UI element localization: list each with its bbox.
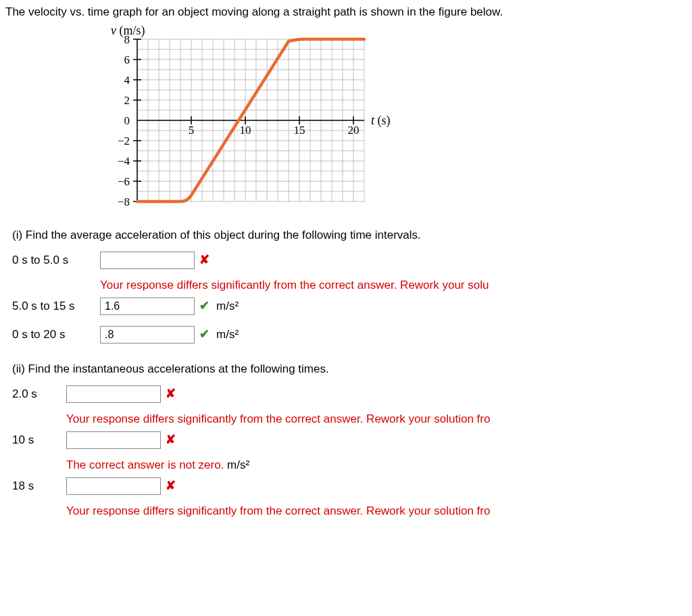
unit-label: m/s²	[216, 300, 239, 313]
part2-row-1: 10 s ✘	[12, 431, 692, 454]
svg-text:2: 2	[124, 94, 130, 107]
part1-row-1: 5.0 s to 15 s ✔ m/s²	[12, 298, 692, 321]
answer-input[interactable]	[100, 252, 195, 269]
part1-row-2: 0 s to 20 s ✔ m/s²	[12, 326, 692, 349]
part2-row-0: 2.0 s ✘	[12, 385, 692, 408]
question-intro: The velocity vs. time graph for an objec…	[5, 5, 692, 19]
time-label: 2.0 s	[12, 387, 66, 401]
wrong-icon: ✘	[161, 478, 180, 493]
svg-text:10: 10	[240, 124, 251, 137]
svg-text:−8: −8	[118, 195, 130, 208]
svg-text:t (s): t (s)	[371, 114, 391, 128]
part1-prompt: (i) Find the average acceleration of thi…	[12, 229, 692, 242]
svg-text:−6: −6	[118, 175, 130, 188]
feedback-text: Your response differs significantly from…	[100, 279, 692, 292]
right-icon: ✔	[195, 327, 214, 341]
svg-text:6: 6	[124, 53, 130, 66]
time-label: 10 s	[12, 433, 66, 447]
svg-text:4: 4	[124, 74, 130, 87]
right-icon: ✔	[195, 298, 214, 313]
answer-input[interactable]	[66, 477, 161, 495]
answer-input[interactable]	[100, 298, 195, 315]
feedback-text: The correct answer is not zero. m/s²	[66, 458, 692, 472]
svg-text:20: 20	[348, 124, 360, 137]
svg-text:v (m/s): v (m/s)	[111, 26, 145, 38]
part2-prompt: (ii) Find the instantaneous acceleration…	[12, 362, 692, 376]
answer-input[interactable]	[66, 385, 161, 403]
answer-input[interactable]	[66, 431, 161, 449]
svg-text:5: 5	[189, 124, 195, 137]
interval-label: 5.0 s to 15 s	[12, 300, 100, 313]
svg-text:15: 15	[294, 124, 305, 137]
interval-label: 0 s to 5.0 s	[12, 254, 100, 267]
svg-text:0: 0	[124, 114, 130, 127]
feedback-text: Your response differs significantly from…	[66, 412, 692, 426]
part2-row-2: 18 s ✘	[12, 477, 692, 500]
part1-row-0: 0 s to 5.0 s ✘	[12, 252, 692, 275]
unit-label: m/s²	[216, 328, 239, 341]
feedback-text: Your response differs significantly from…	[66, 504, 692, 518]
interval-label: 0 s to 20 s	[12, 328, 100, 341]
velocity-time-chart: 8 6 4 2 0 −2 −4 −6 −8 5 10 15 20 t (s) v…	[100, 26, 692, 215]
answer-input[interactable]	[100, 326, 195, 343]
time-label: 18 s	[12, 479, 66, 493]
wrong-icon: ✘	[195, 252, 214, 267]
svg-text:−2: −2	[118, 135, 130, 147]
wrong-icon: ✘	[161, 386, 180, 401]
svg-text:−4: −4	[118, 155, 130, 168]
wrong-icon: ✘	[161, 432, 180, 447]
